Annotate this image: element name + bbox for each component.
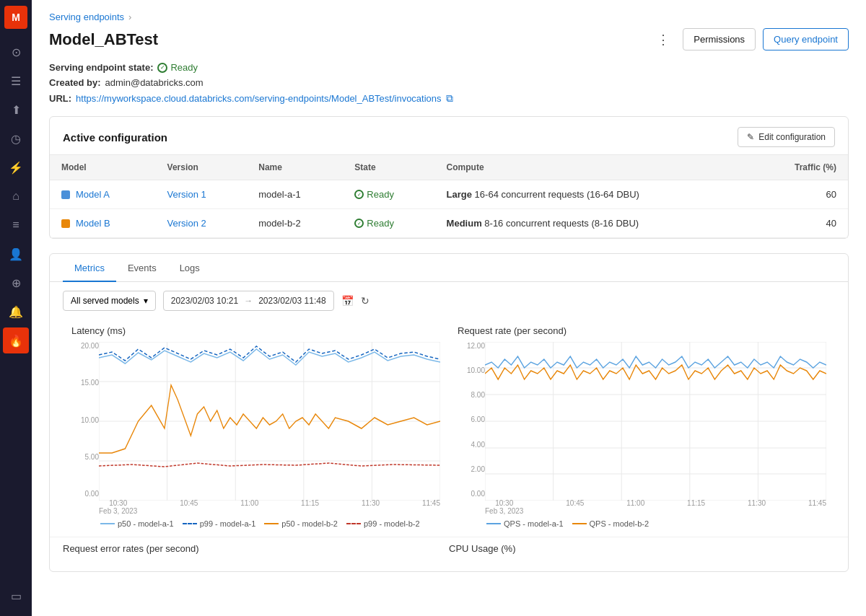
metrics-controls: All served models ▾ 2023/02/03 10:21 → 2… bbox=[50, 282, 848, 320]
config-table: Model Version Name State Compute Traffic… bbox=[50, 154, 848, 238]
edit-btn-label: Edit configuration bbox=[758, 132, 826, 142]
model-cell-0: Model A bbox=[50, 180, 156, 209]
model-cell-1: Model B bbox=[50, 209, 156, 238]
page-header: Model_ABTest ⋮ Permissions Query endpoin… bbox=[49, 28, 849, 50]
latency-chart-title: Latency (ms) bbox=[71, 325, 440, 336]
models-dropdown[interactable]: All served models ▾ bbox=[63, 291, 156, 311]
request-rate-chart-svg bbox=[485, 342, 826, 501]
col-traffic: Traffic (%) bbox=[753, 155, 848, 180]
url-link[interactable]: https://myworkspace.cloud.databricks.com… bbox=[76, 93, 442, 104]
sidebar-item-users[interactable]: 👤 bbox=[3, 241, 29, 267]
error-rate-chart-title: Request error rates (per second) bbox=[63, 543, 449, 554]
url-row: URL: https://myworkspace.cloud.databrick… bbox=[49, 92, 849, 105]
sidebar-item-notifications[interactable]: 🔔 bbox=[3, 299, 29, 325]
sidebar-item-features[interactable]: ≡ bbox=[3, 212, 29, 238]
sidebar-bottom: ▭ bbox=[3, 581, 29, 610]
version-cell-1: Version 2 bbox=[156, 209, 248, 238]
active-config-card: Active configuration ✎ Edit configuratio… bbox=[49, 116, 849, 239]
name-cell-0: model-a-1 bbox=[247, 180, 343, 209]
table-row: Model B Version 2 model-b-2 Ready Medium… bbox=[50, 209, 848, 238]
bottom-charts-titles: Request error rates (per second) CPU Usa… bbox=[50, 537, 848, 560]
cpu-usage-chart-title: CPU Usage (%) bbox=[449, 543, 835, 554]
request-rate-title: Request rate (per second) bbox=[458, 325, 826, 336]
sidebar-item-panel[interactable]: ▭ bbox=[3, 583, 29, 609]
traffic-cell-0: 60 bbox=[753, 180, 848, 209]
version-link-0[interactable]: Version 1 bbox=[167, 189, 206, 200]
compute-cell-1: Medium 8-16 concurrent requests (8-16 DB… bbox=[435, 209, 753, 238]
model-link-1[interactable]: Model B bbox=[76, 218, 110, 229]
compute-cell-0: Large 16-64 concurrent requests (16-64 D… bbox=[435, 180, 753, 209]
tab-logs[interactable]: Logs bbox=[168, 254, 211, 282]
version-link-1[interactable]: Version 2 bbox=[167, 218, 206, 229]
sidebar-item-home[interactable]: ⊙ bbox=[3, 39, 29, 65]
model-color-1 bbox=[61, 219, 70, 228]
charts-grid: Latency (ms) 20.00 15.00 10.00 5.00 0.00 bbox=[50, 320, 848, 534]
more-menu-button[interactable]: ⋮ bbox=[651, 29, 675, 50]
app-logo[interactable]: M bbox=[4, 6, 27, 29]
sidebar-item-add[interactable]: ⊕ bbox=[3, 270, 29, 296]
date-range-picker[interactable]: 2023/02/03 10:21 → 2023/02/03 11:48 bbox=[163, 291, 334, 311]
table-row: Model A Version 1 model-a-1 Ready Large … bbox=[50, 180, 848, 209]
sidebar: M ⊙ ☰ ⬆ ◷ ⚡ ⌂ ≡ 👤 ⊕ 🔔 🔥 ▭ bbox=[0, 0, 32, 616]
state-value: Ready bbox=[170, 62, 198, 73]
request-rate-chart-container: Request rate (per second) 12.00 10.00 8.… bbox=[449, 320, 835, 534]
created-label: Created by: bbox=[49, 77, 101, 88]
header-actions: ⋮ Permissions Query endpoint bbox=[651, 28, 849, 50]
sidebar-item-models[interactable]: ⌂ bbox=[3, 183, 29, 209]
request-rate-xaxis: 10:30Feb 3, 2023 10:45 11:00 11:15 11:30… bbox=[485, 499, 826, 515]
col-compute: Compute bbox=[435, 155, 753, 180]
status-badge: Ready bbox=[157, 62, 198, 73]
breadcrumb-parent[interactable]: Serving endpoints bbox=[49, 12, 124, 22]
request-rate-chart-area: 12.00 10.00 8.00 6.00 4.00 2.00 0.00 bbox=[458, 342, 826, 515]
request-rate-yaxis: 12.00 10.00 8.00 6.00 4.00 2.00 0.00 bbox=[458, 342, 485, 501]
tab-events[interactable]: Events bbox=[116, 254, 168, 282]
status-icon bbox=[157, 63, 167, 73]
refresh-icon[interactable]: ↻ bbox=[361, 295, 369, 307]
latency-chart-area: 20.00 15.00 10.00 5.00 0.00 bbox=[71, 342, 440, 515]
metrics-card: Metrics Events Logs All served models ▾ … bbox=[49, 253, 849, 572]
date-arrow-icon: → bbox=[244, 296, 253, 306]
sidebar-item-menu[interactable]: ☰ bbox=[3, 68, 29, 94]
endpoint-state-row: Serving endpoint state: Ready bbox=[49, 62, 849, 73]
copy-icon[interactable]: ⧉ bbox=[446, 92, 453, 105]
col-model: Model bbox=[50, 155, 156, 180]
latency-chart-container: Latency (ms) 20.00 15.00 10.00 5.00 0.00 bbox=[63, 320, 449, 534]
col-version: Version bbox=[156, 155, 248, 180]
date-end: 2023/02/03 11:48 bbox=[258, 296, 325, 306]
calendar-icon[interactable]: 📅 bbox=[341, 295, 354, 307]
state-label: Serving endpoint state: bbox=[49, 62, 153, 73]
sidebar-item-history[interactable]: ◷ bbox=[3, 126, 29, 151]
sidebar-item-experiments[interactable]: ⚡ bbox=[3, 154, 29, 180]
created-value: admin@databricks.com bbox=[105, 77, 204, 88]
ready-dot-1 bbox=[354, 219, 364, 228]
main-content: Serving endpoints › Model_ABTest ⋮ Permi… bbox=[32, 0, 866, 616]
dropdown-chevron-icon: ▾ bbox=[144, 296, 148, 306]
created-by-row: Created by: admin@databricks.com bbox=[49, 77, 849, 88]
page-title: Model_ABTest bbox=[49, 30, 158, 49]
latency-yaxis: 20.00 15.00 10.00 5.00 0.00 bbox=[71, 342, 99, 501]
table-header-row: Model Version Name State Compute Traffic… bbox=[50, 155, 848, 180]
tab-metrics[interactable]: Metrics bbox=[63, 254, 116, 282]
content-area: Serving endpoints › Model_ABTest ⋮ Permi… bbox=[32, 0, 866, 584]
model-color-0 bbox=[61, 190, 70, 199]
traffic-cell-1: 40 bbox=[753, 209, 848, 238]
model-link-0[interactable]: Model A bbox=[76, 189, 110, 200]
latency-xaxis: 10:30Feb 3, 2023 10:45 11:00 11:15 11:30… bbox=[99, 499, 440, 515]
breadcrumb-separator: › bbox=[128, 12, 131, 22]
latency-chart-svg bbox=[99, 342, 440, 501]
query-endpoint-button[interactable]: Query endpoint bbox=[763, 28, 849, 50]
date-start: 2023/02/03 10:21 bbox=[171, 296, 238, 306]
tabs-row: Metrics Events Logs bbox=[50, 254, 848, 282]
col-state: State bbox=[343, 155, 434, 180]
sidebar-item-serving[interactable]: 🔥 bbox=[3, 327, 29, 353]
latency-legend: p50 - model-a-1 p99 - model-a-1 p50 - mo… bbox=[71, 519, 440, 528]
sidebar-item-upload[interactable]: ⬆ bbox=[3, 97, 29, 123]
ready-dot-0 bbox=[354, 190, 364, 199]
section-header: Active configuration ✎ Edit configuratio… bbox=[50, 117, 848, 154]
permissions-button[interactable]: Permissions bbox=[683, 28, 756, 50]
edit-icon: ✎ bbox=[747, 132, 754, 142]
name-cell-1: model-b-2 bbox=[247, 209, 343, 238]
state-cell-1: Ready bbox=[343, 209, 434, 238]
edit-config-button[interactable]: ✎ Edit configuration bbox=[738, 127, 835, 147]
section-title: Active configuration bbox=[63, 131, 167, 144]
